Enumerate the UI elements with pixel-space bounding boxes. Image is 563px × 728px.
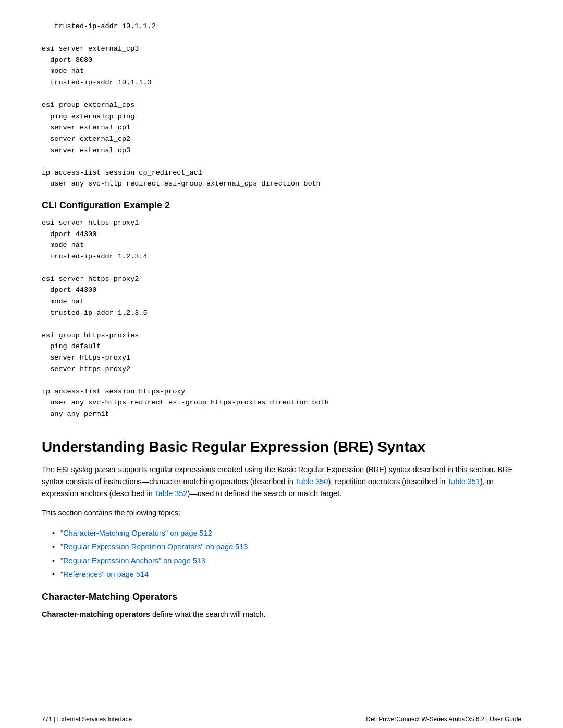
topics-intro: This section contains the following topi…	[42, 507, 521, 519]
link-references[interactable]: "References" on page 514	[60, 570, 149, 578]
table-352-link[interactable]: Table 352	[155, 489, 188, 498]
list-item-2: "Regular Expression Repetition Operators…	[52, 540, 521, 553]
list-item-3: "Regular Expression Anchors" on page 513	[52, 554, 521, 567]
code-block-2: esi server https-proxy1 dport 44300 mode…	[42, 217, 521, 420]
page: trusted-ip-addr 10.1.1.2 esi server exte…	[0, 0, 563, 728]
bre-section-heading: Understanding Basic Regular Expression (…	[42, 439, 521, 455]
main-content: trusted-ip-addr 10.1.1.2 esi server exte…	[0, 0, 563, 710]
topics-list: "Character-Matching Operators" on page 5…	[42, 526, 521, 581]
table-350-link[interactable]: Table 350	[296, 477, 328, 486]
footer-left: 771 | External Services Interface	[42, 715, 132, 723]
link-anchors[interactable]: "Regular Expression Anchors" on page 513	[60, 557, 205, 565]
char-matching-body: Character-matching operators define what…	[42, 609, 521, 621]
page-footer: 771 | External Services Interface Dell P…	[0, 710, 563, 728]
list-item-1: "Character-Matching Operators" on page 5…	[52, 526, 521, 540]
cli-config-2-heading: CLI Configuration Example 2	[42, 200, 521, 211]
table-351-link[interactable]: Table 351	[447, 477, 480, 486]
footer-right: Dell PowerConnect W-Series ArubaOS 6.2 |…	[366, 715, 521, 723]
char-matching-heading: Character-Matching Operators	[42, 591, 521, 602]
bre-intro-paragraph: The ESI syslog parser supports regular e…	[42, 464, 521, 500]
link-repetition-operators[interactable]: "Regular Expression Repetition Operators…	[60, 542, 248, 551]
code-block-1: trusted-ip-addr 10.1.1.2 esi server exte…	[42, 21, 521, 190]
list-item-4: "References" on page 514	[52, 567, 521, 581]
link-char-matching[interactable]: "Character-Matching Operators" on page 5…	[60, 529, 212, 537]
